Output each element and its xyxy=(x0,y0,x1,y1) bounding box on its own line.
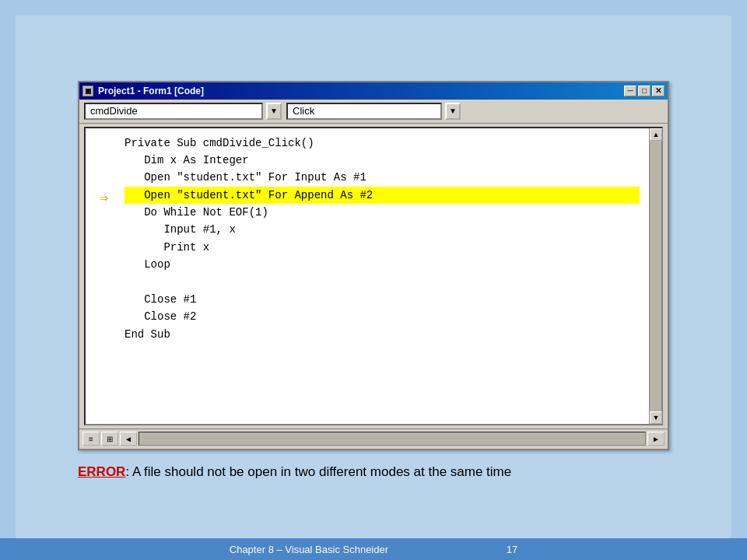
code-area-wrapper: ⇒ Private Sub cmdDivide_Click() Dim x As… xyxy=(84,127,663,425)
window-icon: ▣ xyxy=(82,86,93,96)
vertical-scrollbar: ▲ ▼ xyxy=(649,128,661,424)
scroll-up-button[interactable]: ▲ xyxy=(650,128,662,141)
error-label: ERROR xyxy=(78,464,125,479)
code-line-8: Loop xyxy=(124,256,640,273)
object-dropdown-arrow[interactable]: ▼ xyxy=(266,103,282,120)
slide-container: ▣ Project1 - Form1 [Code] ─ □ ✕ cmdDivid… xyxy=(16,16,731,544)
code-line-7: Print x xyxy=(124,239,640,256)
code-line-1: Private Sub cmdDivide_Click() xyxy=(124,135,640,152)
code-view-button[interactable]: ≡ xyxy=(82,432,100,446)
toolbar-area: cmdDivide ▼ Click ▼ xyxy=(79,100,668,124)
code-line-6: Input #1, x xyxy=(124,221,640,238)
code-line-5: Do While Not EOF(1) xyxy=(124,204,640,221)
error-message: : A file should not be open in two diffe… xyxy=(125,464,511,479)
code-line-3: Open "student.txt" For Input As #1 xyxy=(124,169,640,186)
scroll-left-button[interactable]: ◄ xyxy=(120,432,137,446)
code-line-4-highlighted: Open "student.txt" For Append As #2 xyxy=(124,187,640,204)
close-button[interactable]: ✕ xyxy=(652,86,665,96)
minimize-button[interactable]: ─ xyxy=(624,86,637,96)
vb-window: ▣ Project1 - Form1 [Code] ─ □ ✕ cmdDivid… xyxy=(78,81,669,450)
code-editor[interactable]: ⇒ Private Sub cmdDivide_Click() Dim x As… xyxy=(86,128,649,424)
code-line-11: Close #2 xyxy=(124,308,640,325)
scroll-track[interactable] xyxy=(650,141,661,411)
scroll-down-button[interactable]: ▼ xyxy=(650,411,662,424)
event-dropdown[interactable]: Click xyxy=(286,103,442,120)
horizontal-scrollbar[interactable] xyxy=(139,432,646,446)
footer: Chapter 8 – Visual Basic Schneider 17 xyxy=(0,538,747,560)
code-line-12: End Sub xyxy=(124,326,640,343)
code-line-9 xyxy=(124,274,640,291)
footer-page: 17 xyxy=(507,544,517,555)
maximize-button[interactable]: □ xyxy=(638,86,651,96)
code-line-2: Dim x As Integer xyxy=(124,152,640,169)
event-dropdown-arrow[interactable]: ▼ xyxy=(445,103,461,120)
scroll-right-button[interactable]: ► xyxy=(647,432,665,446)
form-view-button[interactable]: ⊞ xyxy=(101,432,118,446)
error-text-container: ERROR: A file should not be open in two … xyxy=(78,464,669,480)
code-line-10: Close #1 xyxy=(124,291,640,308)
footer-text: Chapter 8 – Visual Basic Schneider xyxy=(230,544,388,555)
object-dropdown[interactable]: cmdDivide xyxy=(84,103,263,120)
title-bar-buttons: ─ □ ✕ xyxy=(624,86,665,96)
title-bar: ▣ Project1 - Form1 [Code] ─ □ ✕ xyxy=(79,82,668,100)
bottom-bar: ≡ ⊞ ◄ ► xyxy=(79,429,668,449)
arrow-indicator: ⇒ xyxy=(100,187,108,210)
window-title: Project1 - Form1 [Code] xyxy=(98,86,624,96)
